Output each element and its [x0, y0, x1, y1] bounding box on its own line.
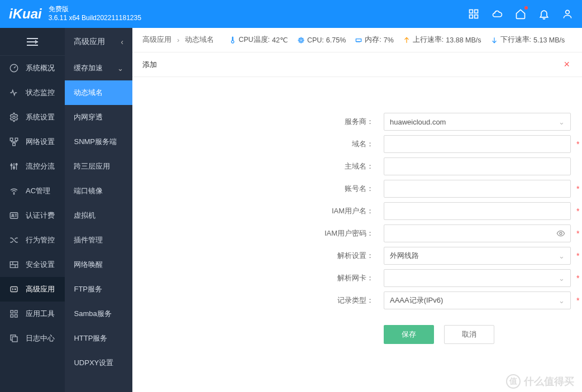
- svg-rect-12: [13, 143, 16, 146]
- eye-icon[interactable]: [556, 229, 565, 240]
- svg-rect-28: [11, 310, 13, 313]
- nav-label: 系统概况: [26, 63, 55, 73]
- sub-item-udpxy[interactable]: UDPXY设置: [65, 351, 132, 375]
- svg-rect-3: [475, 15, 478, 18]
- sub-item-plugins[interactable]: 插件管理: [65, 228, 132, 252]
- sub-item-ddns[interactable]: 动态域名: [65, 80, 132, 105]
- required-star: *: [576, 184, 582, 193]
- sub-item-vm[interactable]: 虚拟机: [65, 203, 132, 228]
- nav-ac-manage[interactable]: AC管理: [0, 179, 65, 203]
- logo: iKuai: [9, 6, 42, 22]
- cancel-button[interactable]: 取消: [444, 325, 494, 344]
- svg-rect-0: [470, 10, 473, 13]
- cloud-icon[interactable]: [492, 8, 503, 20]
- stat-cpu-temp: CPU温度: 42℃: [228, 35, 288, 45]
- nav-system-settings[interactable]: 系统设置: [0, 105, 65, 130]
- breadcrumb-1[interactable]: 高级应用: [142, 35, 171, 45]
- nav-system-overview[interactable]: 系统概况: [0, 56, 65, 80]
- svg-rect-34: [300, 39, 302, 41]
- select-record-type[interactable]: AAAA记录(IPv6)⌄: [384, 291, 571, 309]
- chevron-left-icon: ‹: [121, 37, 123, 46]
- select-provider[interactable]: huaweicloud.com⌄: [384, 113, 571, 131]
- label-account: 账号名：: [132, 184, 384, 194]
- version-block: 免费版 3.6.11 x64 Build202211181235: [49, 5, 141, 22]
- nav-label: 日志中心: [26, 333, 55, 343]
- dashboard-icon: [9, 63, 19, 73]
- required-star: *: [576, 251, 582, 260]
- nav-logs[interactable]: 日志中心: [0, 326, 65, 351]
- nav-security[interactable]: 安全设置: [0, 252, 65, 277]
- sub-item-wol[interactable]: 网络唤醒: [65, 252, 132, 277]
- svg-rect-2: [470, 15, 473, 18]
- memory-icon: [355, 36, 362, 44]
- sidebar-sub: 高级应用 ‹ 缓存加速 ⌄ 动态域名 内网穿透 SNMP服务端 跨三层应用 端口…: [65, 28, 132, 392]
- input-mainhost[interactable]: [384, 157, 571, 175]
- sub-group-cache[interactable]: 缓存加速 ⌄: [65, 56, 132, 80]
- arrow-down-icon: [490, 36, 498, 44]
- input-iampass[interactable]: [384, 224, 571, 242]
- advanced-icon: [9, 284, 19, 294]
- nav-behavior[interactable]: 行为管控: [0, 228, 65, 252]
- input-iamuser[interactable]: [384, 202, 571, 220]
- bell-icon[interactable]: [538, 8, 550, 20]
- nav-label: 高级应用: [26, 284, 55, 294]
- nav-label: 状态监控: [26, 88, 55, 98]
- activity-icon: [9, 88, 19, 98]
- sub-item-snmp[interactable]: SNMP服务端: [65, 130, 132, 154]
- nav-label: 安全设置: [26, 260, 55, 270]
- apps-icon[interactable]: [468, 8, 479, 20]
- svg-rect-1: [475, 10, 478, 13]
- nav-tools[interactable]: 应用工具: [0, 302, 65, 326]
- sub-item-samba[interactable]: Samba服务: [65, 302, 132, 326]
- content-area: 高级应用 › 动态域名 CPU温度: 42℃ CPU: 6.75% 内存: 7%…: [132, 28, 582, 392]
- sub-item-label: 内网穿透: [74, 112, 103, 122]
- sub-item-label: 动态域名: [74, 88, 103, 98]
- sub-item-label: 网络唤醒: [74, 260, 103, 270]
- sub-header-label: 高级应用: [74, 37, 105, 47]
- input-domain[interactable]: [384, 135, 571, 153]
- svg-point-27: [15, 289, 16, 290]
- nav-status-monitor[interactable]: 状态监控: [0, 80, 65, 105]
- label-iampass: IAM用户密码：: [132, 228, 384, 238]
- nav-advanced[interactable]: 高级应用: [0, 277, 65, 302]
- stat-mem: 内存: 7%: [355, 35, 394, 45]
- grid-icon: [9, 309, 19, 319]
- stat-download: 下行速率: 5.13 MB/s: [490, 35, 565, 45]
- label-iamuser: IAM用户名：: [132, 206, 384, 216]
- user-icon[interactable]: [562, 8, 573, 20]
- collapse-toggle[interactable]: [0, 28, 65, 56]
- input-account[interactable]: [384, 180, 571, 198]
- nav-flow-control[interactable]: 流控分流: [0, 154, 65, 179]
- svg-rect-26: [11, 287, 17, 292]
- breadcrumb-2[interactable]: 动态域名: [185, 35, 214, 45]
- copy-icon: [9, 333, 19, 343]
- nav-auth-billing[interactable]: 认证计费: [0, 203, 65, 228]
- form-area: 服务商： huaweicloud.com⌄ 域名： * 主域名： 账号名： * …: [132, 77, 582, 344]
- sub-item-http[interactable]: HTTP服务: [65, 326, 132, 351]
- breadcrumb-sep: ›: [177, 36, 179, 44]
- label-resolve-nic: 解析网卡：: [132, 273, 384, 283]
- sub-item-portmirror[interactable]: 端口镜像: [65, 179, 132, 203]
- sub-item-label: Samba服务: [74, 309, 111, 319]
- firewall-icon: [9, 260, 19, 270]
- svg-rect-29: [15, 310, 18, 313]
- page-title: 添加: [142, 60, 157, 70]
- nav-network-settings[interactable]: 网络设置: [0, 130, 65, 154]
- top-header: iKuai 免费版 3.6.11 x64 Build202211181235: [0, 0, 582, 28]
- select-resolve-cfg[interactable]: 外网线路⌄: [384, 247, 571, 265]
- arrow-up-icon: [403, 36, 411, 44]
- sub-item-label: 跨三层应用: [74, 161, 110, 171]
- id-icon: [9, 211, 19, 221]
- save-button[interactable]: 保存: [384, 325, 434, 344]
- svg-point-45: [560, 232, 562, 235]
- thermometer-icon: [228, 36, 236, 44]
- close-icon[interactable]: ×: [561, 56, 572, 73]
- sub-item-nat[interactable]: 内网穿透: [65, 105, 132, 130]
- sub-header[interactable]: 高级应用 ‹: [65, 28, 132, 56]
- sub-item-layer3[interactable]: 跨三层应用: [65, 154, 132, 179]
- home-icon[interactable]: [515, 8, 526, 20]
- select-resolve-nic[interactable]: ⌄: [384, 269, 571, 287]
- sub-item-label: 插件管理: [74, 235, 103, 245]
- sub-item-ftp[interactable]: FTP服务: [65, 277, 132, 302]
- notification-dot: [524, 6, 528, 9]
